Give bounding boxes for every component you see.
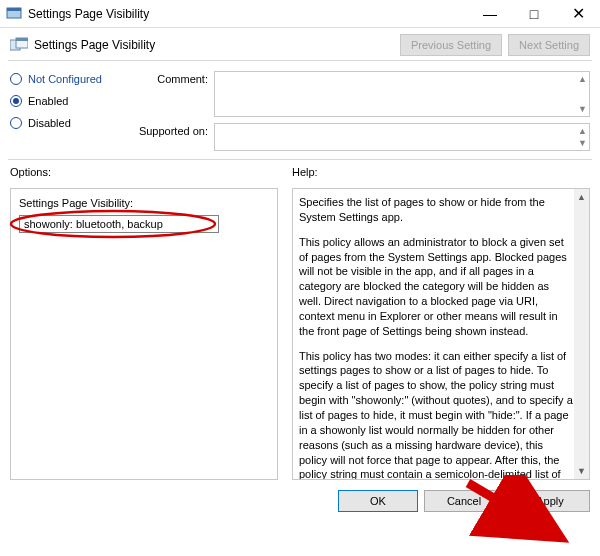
radio-enabled[interactable]: Enabled — [10, 95, 120, 107]
settings-page-visibility-input[interactable] — [19, 215, 219, 233]
options-section-label: Options: — [10, 166, 278, 178]
app-icon — [6, 6, 22, 22]
apply-button[interactable]: Apply — [510, 490, 590, 512]
svg-rect-4 — [16, 38, 28, 41]
next-setting-button[interactable]: Next Setting — [508, 34, 590, 56]
radio-not-configured[interactable]: Not Configured — [10, 73, 120, 85]
options-field-label: Settings Page Visibility: — [19, 197, 269, 209]
svg-rect-1 — [7, 8, 21, 11]
scroll-up-icon[interactable]: ▲ — [578, 74, 587, 84]
maximize-button[interactable]: □ — [512, 0, 556, 27]
comment-label: Comment: — [130, 71, 208, 117]
help-text: Specifies the list of pages to show or h… — [299, 195, 573, 225]
supported-on-box: ▲ ▼ — [214, 123, 590, 151]
help-text: This policy has two modes: it can either… — [299, 349, 573, 480]
scroll-up-icon[interactable]: ▲ — [578, 126, 587, 136]
help-panel: Specifies the list of pages to show or h… — [292, 188, 590, 480]
comment-textarea[interactable]: ▲ ▼ — [214, 71, 590, 117]
policy-icon — [10, 37, 28, 53]
supported-on-label: Supported on: — [130, 123, 208, 151]
options-panel: Settings Page Visibility: — [10, 188, 278, 480]
dialog-button-bar: OK Cancel Apply — [0, 482, 600, 520]
radio-disabled[interactable]: Disabled — [10, 117, 120, 129]
radio-label: Enabled — [28, 95, 68, 107]
policy-header: Settings Page Visibility Previous Settin… — [0, 28, 600, 60]
radio-icon — [10, 95, 22, 107]
scroll-up-icon[interactable]: ▲ — [577, 189, 586, 205]
help-scrollbar[interactable]: ▲ ▼ — [574, 189, 589, 479]
scroll-down-icon[interactable]: ▼ — [578, 138, 587, 148]
scroll-down-icon[interactable]: ▼ — [577, 463, 586, 479]
radio-icon — [10, 73, 22, 85]
radio-label: Not Configured — [28, 73, 102, 85]
policy-name: Settings Page Visibility — [34, 38, 394, 52]
help-text: This policy allows an administrator to b… — [299, 235, 573, 339]
ok-button[interactable]: OK — [338, 490, 418, 512]
title-bar: Settings Page Visibility ― □ ✕ — [0, 0, 600, 28]
minimize-button[interactable]: ― — [468, 0, 512, 27]
close-button[interactable]: ✕ — [556, 0, 600, 27]
cancel-button[interactable]: Cancel — [424, 490, 504, 512]
window-title: Settings Page Visibility — [28, 7, 468, 21]
previous-setting-button[interactable]: Previous Setting — [400, 34, 502, 56]
scroll-down-icon[interactable]: ▼ — [578, 104, 587, 114]
help-section-label: Help: — [292, 166, 590, 178]
radio-label: Disabled — [28, 117, 71, 129]
radio-icon — [10, 117, 22, 129]
